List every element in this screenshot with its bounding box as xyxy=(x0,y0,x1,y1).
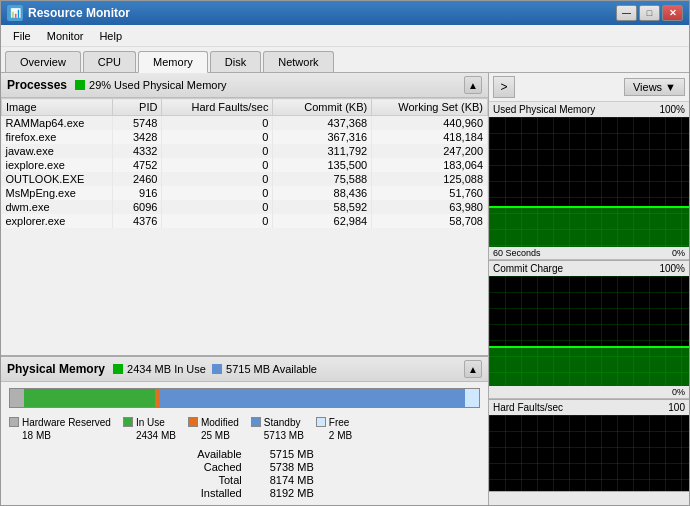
cell-working: 440,960 xyxy=(372,116,488,131)
views-label: Views xyxy=(633,81,662,93)
stat-value-cached: 5738 MB xyxy=(262,461,480,473)
table-row[interactable]: javaw.exe 4332 0 311,792 247,200 xyxy=(2,144,488,158)
memory-bar-container xyxy=(1,382,488,414)
processes-header: Processes 29% Used Physical Memory ▲ xyxy=(1,73,488,98)
graph-container[interactable]: Used Physical Memory 100% 60 Seconds 0% … xyxy=(489,102,689,491)
bar-inuse xyxy=(24,389,155,407)
title-bar: 📊 Resource Monitor — □ ✕ xyxy=(1,1,689,25)
cell-working: 183,064 xyxy=(372,158,488,172)
graph-header-2: Hard Faults/sec 100 xyxy=(489,400,689,415)
menu-help[interactable]: Help xyxy=(91,28,130,44)
chevron-down-icon: ▼ xyxy=(665,81,676,93)
col-pid[interactable]: PID xyxy=(113,99,162,116)
process-table: Image PID Hard Faults/sec Commit (KB) Wo… xyxy=(1,98,488,228)
phys-memory-header: Physical Memory 2434 MB In Use 5715 MB A… xyxy=(1,357,488,382)
table-row[interactable]: MsMpEng.exe 916 0 88,436 51,760 xyxy=(2,186,488,200)
views-button[interactable]: Views ▼ xyxy=(624,78,685,96)
stat-label-installed: Installed xyxy=(31,487,242,499)
close-button[interactable]: ✕ xyxy=(662,5,683,21)
graph-canvas-0 xyxy=(489,117,689,247)
cell-image: RAMMap64.exe xyxy=(2,116,113,131)
graph-fill-0 xyxy=(489,208,689,247)
menu-monitor[interactable]: Monitor xyxy=(39,28,92,44)
legend-color-inuse xyxy=(123,417,133,427)
col-working[interactable]: Working Set (KB) xyxy=(372,99,488,116)
col-image[interactable]: Image xyxy=(2,99,113,116)
cell-pid: 2460 xyxy=(113,172,162,186)
tab-disk[interactable]: Disk xyxy=(210,51,261,72)
graph-canvas-1 xyxy=(489,276,689,386)
legend-color-reserved xyxy=(9,417,19,427)
graph-fill-1 xyxy=(489,348,689,387)
main-content: Processes 29% Used Physical Memory ▲ Ima… xyxy=(1,73,689,505)
cell-faults: 0 xyxy=(162,172,273,186)
processes-collapse-button[interactable]: ▲ xyxy=(464,76,482,94)
graph-scrollbar[interactable] xyxy=(489,491,689,505)
app-icon: 📊 xyxy=(7,5,23,21)
cell-image: iexplore.exe xyxy=(2,158,113,172)
cell-image: firefox.exe xyxy=(2,130,113,144)
legend-item-reserved: Hardware Reserved18 MB xyxy=(9,416,111,442)
legend-text-inuse: In Use2434 MB xyxy=(136,416,176,442)
cell-pid: 3428 xyxy=(113,130,162,144)
cell-image: explorer.exe xyxy=(2,214,113,228)
minimize-button[interactable]: — xyxy=(616,5,637,21)
legend-item-standby: Standby5713 MB xyxy=(251,416,304,442)
phys-memory-collapse-button[interactable]: ▲ xyxy=(464,360,482,378)
table-row[interactable]: explorer.exe 4376 0 62,984 58,708 xyxy=(2,214,488,228)
legend-text-reserved: Hardware Reserved18 MB xyxy=(22,416,111,442)
legend-text-standby: Standby5713 MB xyxy=(264,416,304,442)
stat-value-installed: 8192 MB xyxy=(262,487,480,499)
cell-faults: 0 xyxy=(162,144,273,158)
bar-reserved xyxy=(10,389,24,407)
tab-network[interactable]: Network xyxy=(263,51,333,72)
phys-inuse-status: 2434 MB In Use 5715 MB Available xyxy=(113,363,317,375)
graph-canvas-2 xyxy=(489,415,689,491)
graph-header-0: Used Physical Memory 100% xyxy=(489,102,689,117)
tab-cpu[interactable]: CPU xyxy=(83,51,136,72)
graph-line-0 xyxy=(489,206,689,208)
legend-color-standby xyxy=(251,417,261,427)
cell-commit: 311,792 xyxy=(273,144,372,158)
table-row[interactable]: OUTLOOK.EXE 2460 0 75,588 125,088 xyxy=(2,172,488,186)
maximize-button[interactable]: □ xyxy=(639,5,660,21)
tab-overview[interactable]: Overview xyxy=(5,51,81,72)
col-faults[interactable]: Hard Faults/sec xyxy=(162,99,273,116)
legend-color-free xyxy=(316,417,326,427)
bar-standby xyxy=(160,389,465,407)
legend-color-modified xyxy=(188,417,198,427)
right-panel: > Views ▼ Used Physical Memory 100% 60 S… xyxy=(489,73,689,505)
cell-image: MsMpEng.exe xyxy=(2,186,113,200)
graph-max-label-2: 100 xyxy=(668,402,685,413)
table-row[interactable]: firefox.exe 3428 0 367,316 418,184 xyxy=(2,130,488,144)
table-row[interactable]: iexplore.exe 4752 0 135,500 183,064 xyxy=(2,158,488,172)
processes-status-text: 29% Used Physical Memory xyxy=(89,79,227,91)
stat-label-cached: Cached xyxy=(31,461,242,473)
table-row[interactable]: dwm.exe 6096 0 58,592 63,980 xyxy=(2,200,488,214)
graph-max-label-0: 100% xyxy=(659,104,685,115)
graph-section-2: Hard Faults/sec 100 xyxy=(489,400,689,491)
menu-file[interactable]: File xyxy=(5,28,39,44)
app-window: 📊 Resource Monitor — □ ✕ File Monitor He… xyxy=(0,0,690,506)
table-row[interactable]: RAMMap64.exe 5748 0 437,368 440,960 xyxy=(2,116,488,131)
graph-arrow-button[interactable]: > xyxy=(493,76,515,98)
phys-available-text: 5715 MB Available xyxy=(226,363,317,375)
cell-working: 125,088 xyxy=(372,172,488,186)
legend-item-free: Free2 MB xyxy=(316,416,352,442)
tab-bar: Overview CPU Memory Disk Network xyxy=(1,47,689,73)
graph-title-0: Used Physical Memory xyxy=(493,104,595,115)
tab-memory[interactable]: Memory xyxy=(138,51,208,73)
graph-toolbar: > Views ▼ xyxy=(489,73,689,102)
cell-faults: 0 xyxy=(162,158,273,172)
graph-title-1: Commit Charge xyxy=(493,263,563,274)
cell-working: 51,760 xyxy=(372,186,488,200)
stat-value-available: 5715 MB xyxy=(262,448,480,460)
process-table-container[interactable]: Image PID Hard Faults/sec Commit (KB) Wo… xyxy=(1,98,488,355)
cell-pid: 4752 xyxy=(113,158,162,172)
standby-blue-dot xyxy=(212,364,222,374)
col-commit[interactable]: Commit (KB) xyxy=(273,99,372,116)
cell-working: 418,184 xyxy=(372,130,488,144)
cell-commit: 62,984 xyxy=(273,214,372,228)
memory-legend: Hardware Reserved18 MB In Use2434 MB Mod… xyxy=(1,414,488,446)
cell-commit: 75,588 xyxy=(273,172,372,186)
